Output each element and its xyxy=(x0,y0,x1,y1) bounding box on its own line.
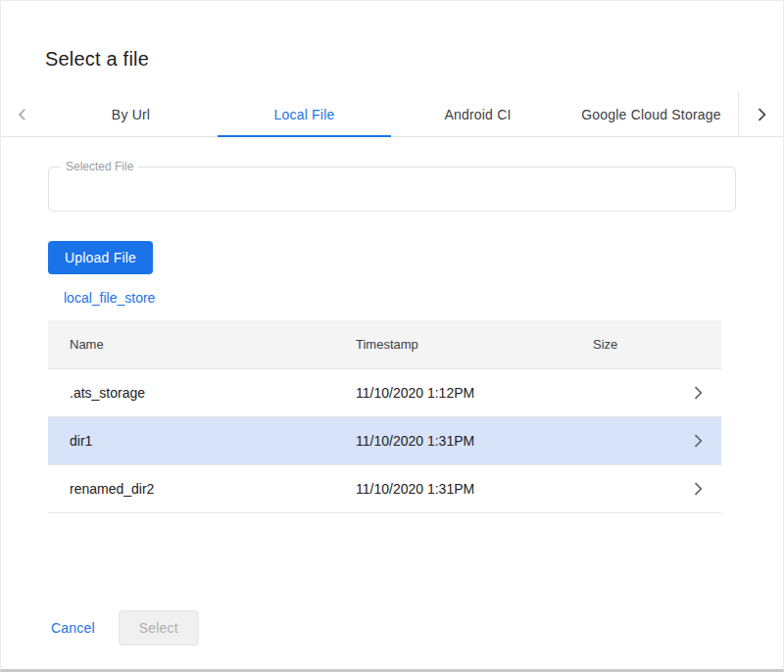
select-button[interactable]: Select xyxy=(119,610,199,646)
file-name: dir1 xyxy=(70,433,356,449)
file-name: .ats_storage xyxy=(70,385,356,401)
file-timestamp: 11/10/2020 1:12PM xyxy=(356,385,593,401)
tab-label: Google Cloud Storage xyxy=(581,107,721,122)
tab-local-file[interactable]: Local File xyxy=(218,92,391,136)
tabs-scroll-left-button[interactable] xyxy=(1,92,44,136)
dialog-title: Select a file xyxy=(1,1,783,71)
chevron-right-icon[interactable] xyxy=(674,479,721,499)
tab-bar: By Url Local File Android CI Google Clou… xyxy=(1,92,783,137)
select-file-dialog: Select a file By Url Local File Android … xyxy=(0,0,784,672)
file-table: Name Timestamp Size .ats_storage 11/10/2… xyxy=(48,320,721,513)
upload-file-button[interactable]: Upload File xyxy=(48,241,153,274)
selected-file-input[interactable] xyxy=(49,168,735,211)
table-row[interactable]: renamed_dir2 11/10/2020 1:31PM xyxy=(48,465,721,513)
file-timestamp: 11/10/2020 1:31PM xyxy=(356,481,593,497)
tab-android-ci[interactable]: Android CI xyxy=(391,92,564,136)
selected-file-field: Selected File xyxy=(48,167,736,212)
file-name: renamed_dir2 xyxy=(70,481,356,497)
column-header-name: Name xyxy=(70,337,356,352)
tab-label: Android CI xyxy=(444,107,511,122)
chevron-right-icon[interactable] xyxy=(674,383,721,403)
file-timestamp: 11/10/2020 1:31PM xyxy=(356,433,593,449)
table-row[interactable]: dir1 11/10/2020 1:31PM xyxy=(48,417,721,465)
tab-label: Local File xyxy=(274,107,335,122)
local-file-store-link[interactable]: local_file_store xyxy=(64,290,155,306)
tab-google-cloud-storage[interactable]: Google Cloud Storage xyxy=(564,92,738,136)
table-header-row: Name Timestamp Size xyxy=(48,320,721,369)
chevron-left-icon xyxy=(14,106,31,123)
tab-by-url[interactable]: By Url xyxy=(44,92,218,136)
table-row[interactable]: .ats_storage 11/10/2020 1:12PM xyxy=(48,369,721,417)
chevron-right-icon[interactable] xyxy=(674,431,721,451)
tabs-scroll-right-button[interactable] xyxy=(738,92,783,136)
column-header-size: Size xyxy=(593,337,674,352)
chevron-right-icon xyxy=(752,105,771,124)
cancel-button[interactable]: Cancel xyxy=(45,612,101,644)
column-header-timestamp: Timestamp xyxy=(356,337,593,352)
tab-label: By Url xyxy=(112,107,150,122)
dialog-footer: Cancel Select xyxy=(45,610,199,646)
selected-file-label: Selected File xyxy=(61,160,138,173)
